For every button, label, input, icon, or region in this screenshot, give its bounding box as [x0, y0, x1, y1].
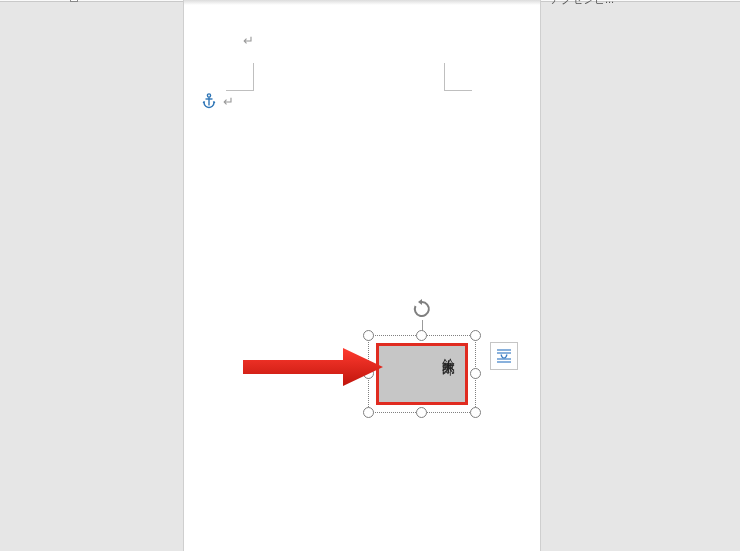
resize-handle-top-left[interactable]: [363, 330, 374, 341]
resize-handle-bottom[interactable]: [416, 407, 427, 418]
paragraph-mark: ↵: [223, 94, 234, 110]
resize-handle-right[interactable]: [470, 368, 481, 379]
text-box[interactable]: 鈴木太郎: [376, 343, 468, 405]
layout-options-icon: [494, 346, 514, 366]
svg-marker-3: [418, 299, 422, 305]
text-box-content[interactable]: 鈴木太郎: [439, 348, 457, 352]
resize-handle-top[interactable]: [416, 330, 427, 341]
svg-point-0: [207, 94, 210, 97]
resize-handle-bottom-left[interactable]: [363, 407, 374, 418]
page-shadow: [184, 0, 540, 5]
paragraph-mark: ↵: [243, 33, 254, 49]
margin-mark-top-left: [226, 63, 254, 91]
dialog-launcher-icon[interactable]: [70, 0, 78, 2]
resize-handle-top-right[interactable]: [470, 330, 481, 341]
rotate-icon[interactable]: [411, 298, 433, 320]
resize-handle-bottom-right[interactable]: [470, 407, 481, 418]
ribbon-group-label: アクセシビ...: [550, 0, 614, 7]
layout-options-button[interactable]: [490, 342, 518, 370]
anchor-icon: [202, 93, 216, 109]
margin-mark-top-right: [444, 63, 472, 91]
resize-handle-left[interactable]: [363, 368, 374, 379]
